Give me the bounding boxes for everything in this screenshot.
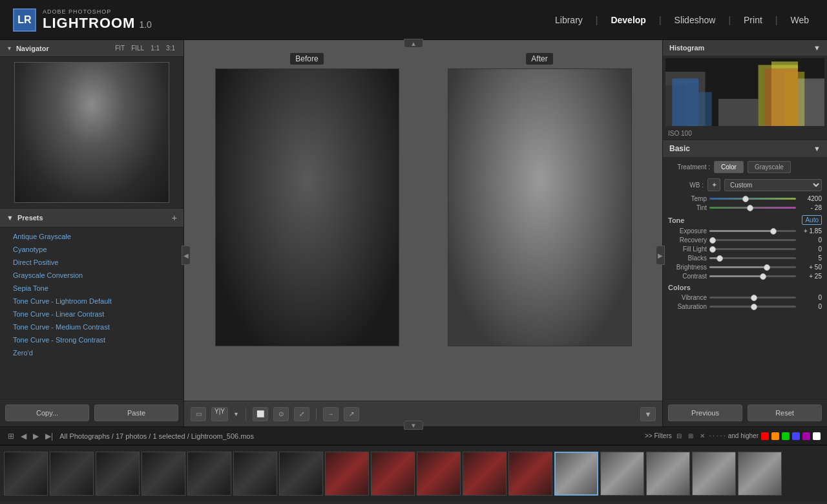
- blacks-slider-track[interactable]: [709, 257, 796, 259]
- presets-collapse-icon[interactable]: ▼: [6, 214, 14, 222]
- grayscale-treatment-button[interactable]: Grayscale: [748, 161, 791, 173]
- crop-button[interactable]: ⬜: [253, 407, 268, 421]
- presets-add-button[interactable]: +: [172, 213, 177, 223]
- saturation-slider-thumb[interactable]: [751, 304, 757, 310]
- toolbar-dropdown-arrow[interactable]: ▼: [233, 411, 239, 417]
- nav-fill-button[interactable]: FILL: [129, 44, 146, 52]
- temp-slider-thumb[interactable]: [742, 196, 749, 202]
- next-nav-button[interactable]: ↗: [344, 407, 359, 421]
- contrast-slider-track[interactable]: [709, 275, 796, 277]
- saturation-slider-track[interactable]: [709, 306, 796, 308]
- filmstrip-toggle-button[interactable]: ▼: [640, 407, 656, 421]
- paste-button[interactable]: Paste: [94, 404, 178, 421]
- filmstrip-thumb-15[interactable]: [646, 452, 690, 496]
- brightness-slider-thumb[interactable]: [764, 264, 770, 271]
- wb-eyedropper-button[interactable]: ✦: [707, 178, 720, 191]
- left-panel-collapse-button[interactable]: ◀: [182, 246, 191, 265]
- prev-nav-button[interactable]: →: [323, 407, 339, 421]
- filmstrip-thumb-4[interactable]: [141, 452, 185, 496]
- fill-light-slider-thumb[interactable]: [709, 246, 716, 253]
- green-flag[interactable]: [782, 432, 790, 440]
- red-flag[interactable]: [761, 432, 769, 440]
- end-arrow-icon[interactable]: ▶|: [44, 430, 54, 442]
- grid-icon[interactable]: ⊞: [6, 430, 16, 442]
- after-image: [448, 68, 632, 346]
- filmstrip-thumb-6[interactable]: [233, 452, 277, 496]
- preset-item-cyanotype[interactable]: Cyanotype: [0, 243, 183, 256]
- nav-fit-button[interactable]: FIT: [113, 44, 127, 52]
- color-treatment-button[interactable]: Color: [714, 161, 744, 173]
- prev-arrow-icon[interactable]: ◀: [19, 430, 28, 442]
- purple-flag[interactable]: [802, 432, 810, 440]
- filmstrip-thumb-1[interactable]: [4, 452, 48, 496]
- tone-auto-button[interactable]: Auto: [802, 215, 822, 225]
- right-panel-collapse-button[interactable]: ▶: [656, 246, 665, 265]
- filmstrip-thumb-14[interactable]: [600, 452, 644, 496]
- compare-mode-dropdown[interactable]: Y|Y: [211, 407, 228, 421]
- filmstrip-thumb-17[interactable]: [738, 452, 782, 496]
- filmstrip-thumb-2[interactable]: [50, 452, 94, 496]
- filmstrip-thumb-13[interactable]: [554, 452, 598, 496]
- filmstrip-thumb-16[interactable]: [692, 452, 736, 496]
- filmstrip-thumb-5[interactable]: [187, 452, 231, 496]
- filmstrip-thumb-10[interactable]: [417, 452, 461, 496]
- exposure-slider-track[interactable]: [709, 230, 796, 232]
- circle-button[interactable]: ⊙: [273, 407, 289, 421]
- filmstrip-thumb-7[interactable]: [279, 452, 323, 496]
- preset-item-zerod[interactable]: Zero'd: [0, 346, 183, 359]
- vibrance-slider-track[interactable]: [709, 297, 796, 299]
- filmstrip-thumb-3[interactable]: [96, 452, 140, 496]
- preset-item-tone-curve-linear[interactable]: Tone Curve - Linear Contrast: [0, 308, 183, 320]
- vibrance-slider-thumb[interactable]: [751, 295, 757, 301]
- copy-button[interactable]: Copy...: [5, 404, 89, 421]
- navigator-collapse-icon[interactable]: ▼: [6, 45, 12, 52]
- fill-light-slider-track[interactable]: [709, 248, 796, 250]
- preset-item-antique-grayscale[interactable]: Antique Grayscale: [0, 230, 183, 243]
- preset-item-sepia-tone[interactable]: Sepia Tone: [0, 282, 183, 295]
- brightness-slider-track[interactable]: [709, 266, 796, 268]
- nav-library[interactable]: Library: [550, 12, 588, 28]
- preset-item-direct-positive[interactable]: Direct Positive: [0, 256, 183, 269]
- reset-button[interactable]: Reset: [748, 404, 822, 421]
- previous-button[interactable]: Previous: [668, 404, 742, 421]
- nav-slideshow[interactable]: Slideshow: [669, 12, 721, 28]
- bottom-collapse-button[interactable]: ▼: [404, 421, 423, 430]
- recovery-slider-thumb[interactable]: [709, 237, 716, 244]
- toolbar-separator-1: [246, 408, 246, 421]
- preset-item-tone-curve-default[interactable]: Tone Curve - Lightroom Default: [0, 295, 183, 308]
- nav-3to1-button[interactable]: 3:1: [164, 44, 177, 52]
- filmstrip-view-button[interactable]: ⊟: [675, 431, 684, 441]
- nav-develop[interactable]: Develop: [605, 12, 651, 28]
- blacks-slider-thumb[interactable]: [717, 255, 723, 262]
- exposure-slider-thumb[interactable]: [770, 228, 777, 235]
- histogram-collapse-icon[interactable]: ▼: [813, 44, 821, 52]
- temp-slider-track[interactable]: [709, 198, 796, 200]
- blue-flag[interactable]: [792, 432, 800, 440]
- contrast-slider-thumb[interactable]: [760, 273, 766, 280]
- basic-collapse-icon[interactable]: ▼: [813, 145, 821, 152]
- preset-item-grayscale-conversion[interactable]: Grayscale Conversion: [0, 269, 183, 282]
- filmstrip-thumb-8[interactable]: [325, 452, 369, 496]
- wb-select[interactable]: Custom: [724, 179, 822, 191]
- filmstrip-thumb-12[interactable]: [508, 452, 552, 496]
- recovery-slider-track[interactable]: [709, 239, 796, 241]
- loupe-view-button[interactable]: ▭: [191, 407, 206, 421]
- grid-view-button[interactable]: ⊞: [686, 431, 695, 441]
- preset-item-tone-curve-strong[interactable]: Tone Curve - Strong Contrast: [0, 333, 183, 346]
- next-arrow-icon[interactable]: ▶: [32, 430, 40, 442]
- before-label: Before: [290, 53, 323, 65]
- tint-slider-thumb[interactable]: [747, 205, 753, 211]
- orange-flag[interactable]: [771, 432, 779, 440]
- top-collapse-button[interactable]: ▲: [404, 39, 423, 48]
- nav-web[interactable]: Web: [785, 12, 814, 28]
- filmstrip-thumb-11[interactable]: [463, 452, 507, 496]
- close-filter-button[interactable]: ✕: [698, 431, 707, 441]
- nav-1to1-button[interactable]: 1:1: [149, 44, 162, 52]
- white-flag[interactable]: [813, 432, 821, 440]
- arrows-button[interactable]: ⤢: [294, 407, 309, 421]
- tint-slider-track[interactable]: [709, 207, 796, 209]
- preset-item-tone-curve-medium[interactable]: Tone Curve - Medium Contrast: [0, 320, 183, 333]
- filmstrip-thumb-9[interactable]: [371, 452, 415, 496]
- nav-print[interactable]: Print: [738, 12, 768, 28]
- filters-label[interactable]: >> Filters: [645, 432, 672, 439]
